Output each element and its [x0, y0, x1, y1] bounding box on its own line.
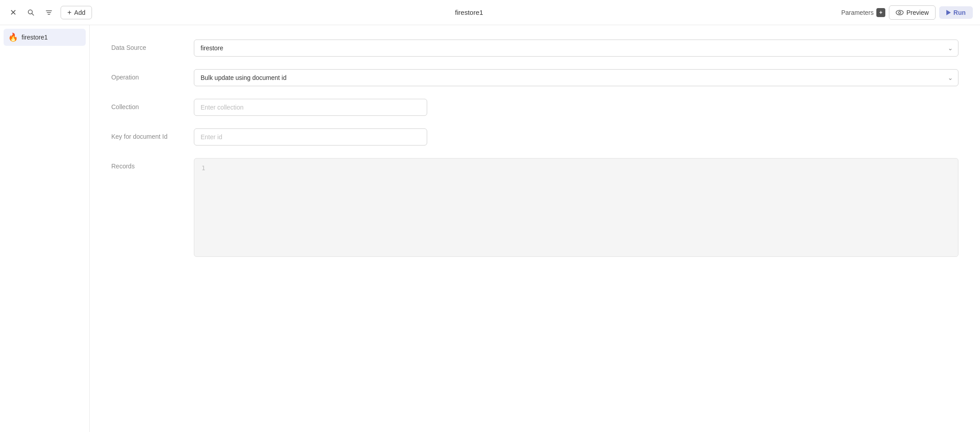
- top-bar-left: ✕ + Add: [7, 6, 97, 19]
- sidebar: 🔥 firestore1: [0, 25, 90, 432]
- play-icon: [946, 10, 951, 15]
- top-bar: ✕ + Add firestore1 Parameters +: [0, 0, 980, 25]
- doc-id-control: [194, 128, 958, 145]
- collapse-icon[interactable]: ✕: [7, 6, 19, 19]
- filter-icon[interactable]: [43, 7, 55, 18]
- top-bar-right: Parameters + Preview Run: [841, 5, 973, 20]
- records-control: 1: [194, 158, 958, 257]
- datasource-control: firestore ⌄: [194, 40, 958, 57]
- add-button[interactable]: + Add: [61, 6, 92, 19]
- preview-label: Preview: [906, 9, 929, 16]
- search-icon[interactable]: [25, 7, 37, 18]
- collection-label: Collection: [111, 99, 183, 110]
- flame-icon: 🔥: [8, 32, 18, 42]
- eye-icon: [896, 9, 904, 17]
- parameters-button[interactable]: Parameters +: [841, 8, 885, 17]
- collection-control: [194, 99, 958, 116]
- doc-id-label: Key for document Id: [111, 128, 183, 140]
- run-label: Run: [954, 9, 966, 16]
- sidebar-item-firestore1[interactable]: 🔥 firestore1: [4, 29, 86, 46]
- sidebar-item-label: firestore1: [22, 34, 48, 41]
- records-label: Records: [111, 158, 183, 170]
- operation-label: Operation: [111, 69, 183, 81]
- doc-id-row: Key for document Id: [111, 128, 958, 145]
- operation-select-wrapper: Bulk update using document id ⌄: [194, 69, 958, 86]
- plus-icon: +: [67, 9, 71, 16]
- collection-row: Collection: [111, 99, 958, 116]
- line-number-1: 1: [201, 164, 205, 172]
- datasource-row: Data Source firestore ⌄: [111, 40, 958, 57]
- svg-point-2: [896, 10, 903, 15]
- doc-id-input[interactable]: [194, 128, 427, 145]
- preview-button[interactable]: Preview: [889, 5, 936, 20]
- operation-row: Operation Bulk update using document id …: [111, 69, 958, 86]
- line-numbers: 1: [201, 164, 205, 251]
- run-button[interactable]: Run: [939, 6, 973, 19]
- datasource-select-wrapper: firestore ⌄: [194, 40, 958, 57]
- records-editor[interactable]: 1: [194, 158, 958, 257]
- page-title: firestore1: [455, 9, 483, 16]
- main-layout: 🔥 firestore1 Data Source firestore ⌄ Ope…: [0, 25, 980, 432]
- datasource-label: Data Source: [111, 40, 183, 51]
- records-content[interactable]: [212, 164, 951, 251]
- params-icon: +: [876, 8, 885, 17]
- collection-input[interactable]: [194, 99, 427, 116]
- content-area: Data Source firestore ⌄ Operation Bulk u…: [90, 25, 980, 432]
- operation-select[interactable]: Bulk update using document id: [194, 69, 958, 86]
- operation-control: Bulk update using document id ⌄: [194, 69, 958, 86]
- svg-point-3: [898, 11, 901, 13]
- svg-line-1: [32, 13, 34, 15]
- top-bar-center: firestore1: [102, 9, 836, 16]
- datasource-select[interactable]: firestore: [194, 40, 958, 57]
- add-label: Add: [74, 9, 85, 16]
- params-label: Parameters: [841, 9, 874, 16]
- records-row: Records 1: [111, 158, 958, 257]
